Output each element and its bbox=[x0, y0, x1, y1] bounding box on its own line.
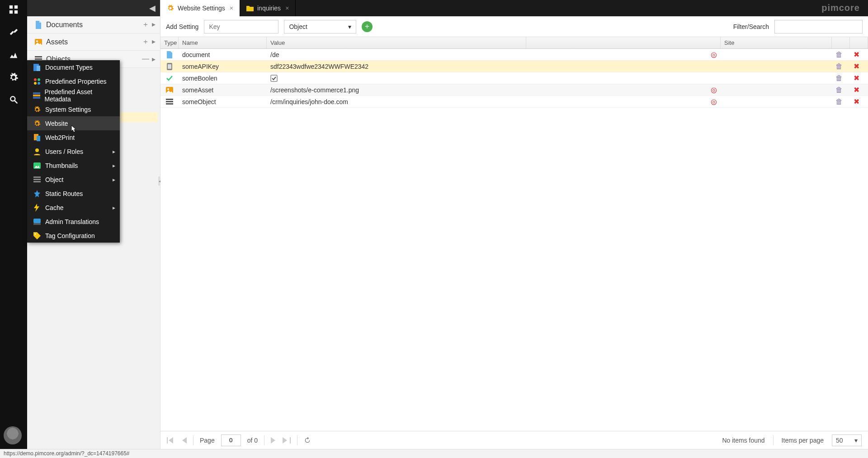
type-select[interactable]: Object ▾ bbox=[284, 20, 356, 33]
expand-icon[interactable]: ▸ bbox=[152, 37, 156, 47]
sidebar-collapse-bar[interactable]: ◀ bbox=[27, 0, 160, 16]
search-icon[interactable] bbox=[9, 95, 18, 104]
table-row[interactable]: document /de ◎ 🗑 ✖ bbox=[160, 49, 868, 61]
trash-icon[interactable]: 🗑 bbox=[835, 98, 843, 106]
close-icon[interactable]: × bbox=[285, 5, 289, 12]
trash-icon[interactable]: 🗑 bbox=[835, 51, 843, 59]
status-bar: https://demo.pimcore.org/admin/?_dc=1474… bbox=[0, 449, 868, 458]
table-row[interactable]: someAsset /screenshots/e-commerce1.png ◎… bbox=[160, 84, 868, 96]
column-header-type[interactable]: Type bbox=[160, 37, 179, 48]
svg-rect-36 bbox=[166, 101, 173, 102]
user-avatar[interactable] bbox=[4, 426, 22, 444]
menu-cache[interactable]: Cache ▸ bbox=[27, 200, 120, 215]
reports-icon[interactable] bbox=[9, 50, 19, 60]
expand-icon[interactable]: ▸ bbox=[152, 55, 156, 63]
menu-admin-translations[interactable]: Admin Translations bbox=[27, 215, 120, 229]
sidebar-section-assets[interactable]: Assets ＋ ▸ bbox=[27, 33, 160, 51]
add-setting-button[interactable]: ＋ bbox=[362, 21, 373, 32]
table-row[interactable]: someAPIKey sdf22343wdfwe2342WWFWE2342 🗑 … bbox=[160, 61, 868, 72]
system-settings-icon bbox=[33, 106, 42, 113]
target-icon[interactable]: ◎ bbox=[711, 86, 717, 94]
menu-label: Predefined Asset Metadata bbox=[44, 88, 114, 103]
row-type-icon bbox=[160, 87, 179, 93]
menu-website[interactable]: Website bbox=[27, 116, 120, 130]
table-row[interactable]: someObject /crm/inquiries/john-doe.com ◎… bbox=[160, 96, 868, 108]
menu-object[interactable]: Object ▸ bbox=[27, 172, 120, 186]
table-row[interactable]: someBoolen 🗑 ✖ bbox=[160, 72, 868, 84]
add-icon[interactable]: ＋ bbox=[142, 37, 149, 47]
delete-icon[interactable]: ✖ bbox=[854, 86, 859, 94]
settings-icon[interactable] bbox=[9, 72, 19, 82]
filter-input[interactable] bbox=[774, 20, 863, 33]
page-of-label: of 0 bbox=[247, 437, 258, 444]
tab-bar: Website Settings × inquiries × pimcore bbox=[160, 0, 868, 16]
column-header-value[interactable]: Value bbox=[267, 37, 526, 48]
trash-icon[interactable]: 🗑 bbox=[835, 74, 843, 82]
status-text: https://demo.pimcore.org/admin/?_dc=1474… bbox=[4, 450, 130, 457]
target-icon[interactable]: ◎ bbox=[711, 50, 717, 59]
sidebar-section-documents[interactable]: Documents ＋ ▸ bbox=[27, 16, 160, 33]
expand-icon[interactable]: ▸ bbox=[152, 20, 156, 29]
menu-label: Tag Configuration bbox=[45, 232, 95, 239]
delete-icon[interactable]: ✖ bbox=[854, 74, 859, 82]
grid-body: document /de ◎ 🗑 ✖ someAPIKey sdf22343wd… bbox=[160, 49, 868, 458]
delete-icon[interactable]: ✖ bbox=[854, 50, 859, 59]
tab-label: inquiries bbox=[257, 5, 281, 12]
avatar-icon bbox=[4, 426, 22, 444]
predefined-asset-metadata-icon bbox=[33, 92, 41, 99]
column-header-site[interactable]: Site bbox=[721, 37, 832, 48]
row-value: /screenshots/e-commerce1.png bbox=[267, 86, 526, 94]
first-page-button[interactable] bbox=[167, 437, 175, 444]
tab-label: Website Settings bbox=[178, 5, 225, 12]
delete-icon[interactable]: ✖ bbox=[854, 62, 859, 71]
refresh-button[interactable] bbox=[304, 437, 311, 444]
menu-label: Document Types bbox=[45, 64, 93, 71]
svg-point-4 bbox=[10, 96, 15, 101]
trash-icon[interactable]: 🗑 bbox=[835, 62, 843, 71]
last-page-button[interactable] bbox=[283, 437, 291, 444]
column-header-delete bbox=[850, 37, 868, 48]
menu-static-routes[interactable]: Static Routes bbox=[27, 186, 120, 200]
items-per-page-select[interactable]: 50 ▾ bbox=[832, 434, 862, 446]
row-name: someObject bbox=[179, 98, 267, 105]
svg-rect-32 bbox=[271, 75, 277, 81]
menu-users-roles[interactable]: Users / Roles ▸ bbox=[27, 144, 120, 158]
menu-label: Predefined Properties bbox=[45, 78, 106, 85]
sidebar-section-label: Documents bbox=[46, 21, 83, 29]
ipp-value: 50 bbox=[836, 437, 843, 444]
row-name: document bbox=[179, 51, 267, 58]
key-input[interactable] bbox=[204, 20, 278, 33]
tab-website-settings[interactable]: Website Settings × bbox=[160, 0, 240, 16]
menu-predefined-asset-metadata[interactable]: Predefined Asset Metadata bbox=[27, 88, 120, 102]
predefined-properties-icon bbox=[33, 78, 42, 85]
chevron-down-icon: ▾ bbox=[854, 437, 858, 444]
menu-label: Admin Translations bbox=[45, 218, 99, 225]
plus-icon: ＋ bbox=[363, 22, 371, 31]
apps-icon[interactable] bbox=[9, 5, 19, 14]
tab-inquiries[interactable]: inquiries × bbox=[240, 0, 296, 16]
menu-tag-configuration[interactable]: Tag Configuration bbox=[27, 229, 120, 243]
menu-system-settings[interactable]: System Settings bbox=[27, 102, 120, 116]
chevron-right-icon: ▸ bbox=[113, 148, 115, 155]
target-icon[interactable]: ◎ bbox=[711, 97, 717, 106]
add-icon[interactable]: ＋ bbox=[142, 20, 149, 29]
tools-icon[interactable] bbox=[9, 27, 19, 37]
delete-icon[interactable]: ✖ bbox=[854, 97, 859, 106]
svg-rect-24 bbox=[33, 177, 41, 178]
row-type-icon bbox=[160, 63, 179, 70]
menu-thumbnails[interactable]: Thumbnails ▸ bbox=[27, 158, 120, 172]
menu-web2print[interactable]: Web2Print bbox=[27, 130, 120, 144]
close-icon[interactable]: × bbox=[230, 5, 233, 12]
menu-predefined-properties[interactable]: Predefined Properties bbox=[27, 74, 120, 88]
trash-icon[interactable]: 🗑 bbox=[835, 86, 843, 94]
svg-rect-28 bbox=[33, 223, 41, 225]
next-page-button[interactable] bbox=[271, 437, 276, 444]
row-value-checkbox[interactable] bbox=[267, 75, 526, 82]
prev-page-button[interactable] bbox=[181, 437, 187, 444]
menu-document-types[interactable]: Document Types bbox=[27, 60, 120, 74]
page-input[interactable] bbox=[221, 434, 241, 446]
settings-flyout-menu: Document Types Predefined Properties Pre… bbox=[27, 60, 120, 243]
brand-logo: pimcore bbox=[821, 3, 860, 13]
collapse-icon[interactable]: — bbox=[142, 55, 149, 63]
column-header-name[interactable]: Name bbox=[179, 37, 267, 48]
